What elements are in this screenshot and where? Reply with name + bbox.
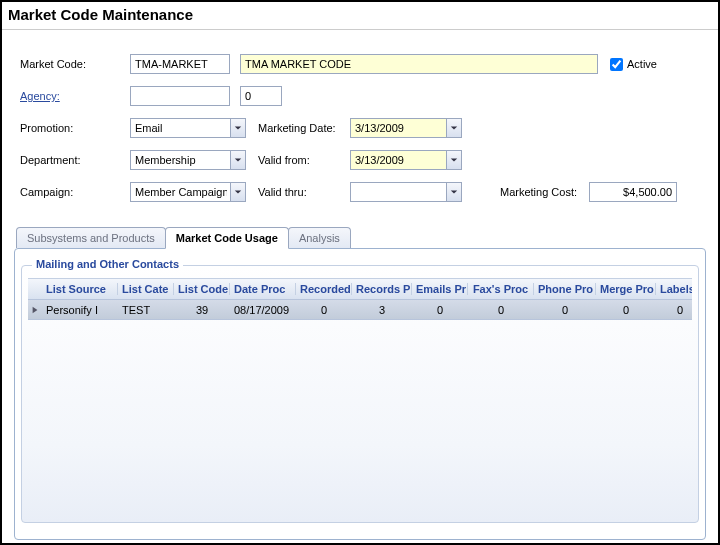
col-list-cate[interactable]: List Cate xyxy=(118,283,174,295)
table-row[interactable]: Personify I TEST 39 08/17/2009 0 3 0 0 0… xyxy=(28,300,692,320)
col-phone-pro[interactable]: Phone Pro xyxy=(534,283,596,295)
chevron-down-icon[interactable] xyxy=(230,150,246,170)
chevron-down-icon[interactable] xyxy=(446,182,462,202)
campaign-value[interactable] xyxy=(130,182,246,202)
promotion-value[interactable] xyxy=(130,118,246,138)
col-list-code[interactable]: List Code xyxy=(174,283,230,295)
market-code-maintenance-window: Market Code Maintenance Market Code: Act… xyxy=(0,0,720,545)
valid-thru-select[interactable] xyxy=(350,182,462,202)
cell-list-code: 39 xyxy=(174,304,230,316)
row-caret-icon xyxy=(28,306,42,314)
department-label: Department: xyxy=(20,154,130,166)
tab-analysis[interactable]: Analysis xyxy=(288,227,351,248)
col-faxs-proc[interactable]: Fax's Proc xyxy=(468,283,534,295)
cell-list-cate: TEST xyxy=(118,304,174,316)
cell-merge-pro: 0 xyxy=(596,304,656,316)
department-value[interactable] xyxy=(130,150,246,170)
tab-market-code-usage[interactable]: Market Code Usage xyxy=(165,227,289,249)
active-checkbox[interactable] xyxy=(610,58,623,71)
cell-records-p: 3 xyxy=(352,304,412,316)
marketing-cost-label: Marketing Cost: xyxy=(500,186,577,198)
chevron-down-icon[interactable] xyxy=(446,150,462,170)
cell-emails-pr: 0 xyxy=(412,304,468,316)
col-date-proc[interactable]: Date Proc xyxy=(230,283,296,295)
col-merge-pro[interactable]: Merge Pro xyxy=(596,283,656,295)
tab-strip: Subsystems and Products Market Code Usag… xyxy=(16,224,706,248)
campaign-label: Campaign: xyxy=(20,186,130,198)
chevron-down-icon[interactable] xyxy=(230,182,246,202)
valid-thru-label: Valid thru: xyxy=(258,186,350,198)
marketing-cost-input[interactable] xyxy=(589,182,677,202)
group-label: Mailing and Other Contacts xyxy=(32,258,183,270)
agency-input[interactable] xyxy=(130,86,230,106)
market-code-input[interactable] xyxy=(130,54,230,74)
cell-faxs-proc: 0 xyxy=(468,304,534,316)
market-code-description-input[interactable] xyxy=(240,54,598,74)
tab-subsystems[interactable]: Subsystems and Products xyxy=(16,227,166,248)
cell-phone-pro: 0 xyxy=(534,304,596,316)
chevron-down-icon[interactable] xyxy=(230,118,246,138)
campaign-select[interactable] xyxy=(130,182,246,202)
cell-labels-p: 0 xyxy=(656,304,692,316)
grid-header: List Source List Cate List Code Date Pro… xyxy=(28,278,692,300)
col-list-source[interactable]: List Source xyxy=(42,283,118,295)
contacts-grid: List Source List Cate List Code Date Pro… xyxy=(28,278,692,320)
cell-list-source: Personify I xyxy=(42,304,118,316)
col-labels-p[interactable]: Labels P xyxy=(656,283,692,295)
cell-recorded: 0 xyxy=(296,304,352,316)
mailing-contacts-group: Mailing and Other Contacts List Source L… xyxy=(21,265,699,523)
form-area: Market Code: Active Agency: Promotion: M… xyxy=(2,30,718,214)
valid-from-label: Valid from: xyxy=(258,154,350,166)
promotion-label: Promotion: xyxy=(20,122,130,134)
department-select[interactable] xyxy=(130,150,246,170)
tab-panel-market-code-usage: Mailing and Other Contacts List Source L… xyxy=(14,248,706,540)
page-title: Market Code Maintenance xyxy=(2,2,718,30)
marketing-date-label: Marketing Date: xyxy=(258,122,350,134)
valid-from-select[interactable] xyxy=(350,150,462,170)
active-checkbox-label: Active xyxy=(627,58,657,70)
agency-code-input[interactable] xyxy=(240,86,282,106)
active-checkbox-wrap[interactable]: Active xyxy=(610,58,657,71)
market-code-label: Market Code: xyxy=(20,58,130,70)
col-emails-pr[interactable]: Emails Pr xyxy=(412,283,468,295)
col-records-p[interactable]: Records P xyxy=(352,283,412,295)
col-recorded[interactable]: Recorded xyxy=(296,283,352,295)
promotion-select[interactable] xyxy=(130,118,246,138)
agency-link[interactable]: Agency: xyxy=(20,90,130,102)
chevron-down-icon[interactable] xyxy=(446,118,462,138)
cell-date-proc: 08/17/2009 xyxy=(230,304,296,316)
marketing-date-select[interactable] xyxy=(350,118,462,138)
